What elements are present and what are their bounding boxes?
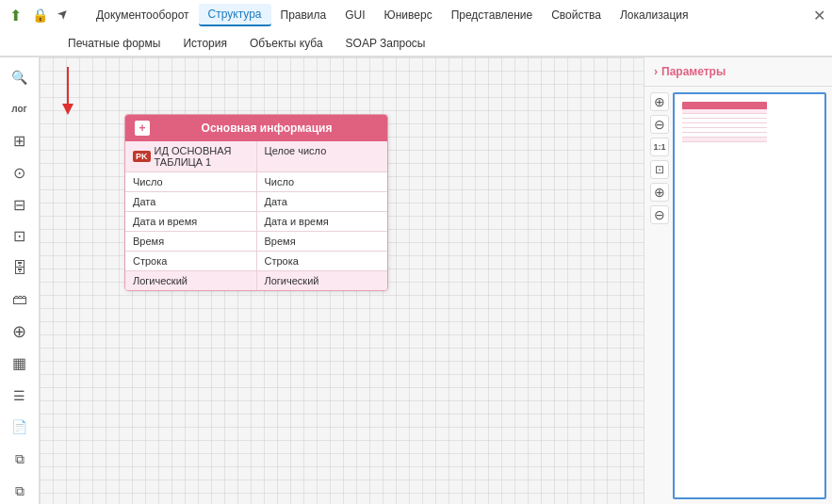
table-row[interactable]: Число Число <box>125 172 387 192</box>
arrow-annotation <box>49 57 106 133</box>
list-icon[interactable]: ☰ <box>6 382 34 410</box>
menu-item-universe[interactable]: Юниверс <box>375 5 442 25</box>
copy2-icon[interactable]: ⧉ <box>6 477 34 504</box>
menu-item-rules[interactable]: Правила <box>271 5 336 25</box>
doc-icon[interactable]: 📄 <box>6 414 34 442</box>
table-card-header: + Основная информация <box>125 115 387 141</box>
field-type-cell: Дата и время <box>257 212 388 231</box>
table-title: Основная информация <box>155 122 378 135</box>
menu-item-gui[interactable]: GUI <box>335 5 374 25</box>
search-icon[interactable]: 🔍 <box>6 63 34 91</box>
field-type-cell: Число <box>257 172 388 191</box>
right-panel: › Параметры ⊕ ⊖ 1:1 ⊡ ⊕ ⊖ <box>644 57 832 504</box>
zoom-in2-button[interactable]: ⊕ <box>650 183 669 202</box>
submenu-row: Печатные формы История Объекты куба SOAP… <box>0 30 832 57</box>
save-button[interactable]: ⬆ <box>4 4 26 26</box>
canvas-area[interactable]: + Основная информация PK ИД ОСНОВНАЯ ТАБ… <box>40 57 644 504</box>
menu-items: Документооборот Структура Правила GUI Юн… <box>87 4 808 26</box>
zoom-out-button[interactable]: ⊖ <box>650 115 669 134</box>
field-name: ИД ОСНОВНАЯ ТАБЛИЦА 1 <box>155 145 249 168</box>
submenu-item-history[interactable]: История <box>171 33 238 54</box>
log-icon[interactable]: лог <box>6 95 34 123</box>
main-layout: 🔍 лог ⊞ ⊙ ⊟ ⊡ 🗄 🗃 ⊕ ▦ ☰ 📄 ⧉ ⧉ + Ос <box>0 57 832 504</box>
field-type-cell: Целое число <box>257 141 388 171</box>
table-row[interactable]: Логический Логический <box>125 271 387 290</box>
table-row[interactable]: Дата и время Дата и время <box>125 212 387 232</box>
field-name-cell: PK ИД ОСНОВНАЯ ТАБЛИЦА 1 <box>125 141 257 171</box>
add-field-button[interactable]: + <box>135 121 150 136</box>
circle-icon[interactable]: ⊙ <box>6 158 34 187</box>
params-header: › Параметры <box>644 57 832 87</box>
menu-item-localization[interactable]: Локализация <box>611 5 698 25</box>
field-type-cell: Время <box>257 232 388 251</box>
toolbar-icons: ⬆ 🔒 ➤ <box>4 4 75 26</box>
stack-icon[interactable]: ⊟ <box>6 190 34 219</box>
field-name-cell: Дата <box>125 192 257 211</box>
zoom-reset-button[interactable]: 1:1 <box>650 138 669 156</box>
zoom-in-button[interactable]: ⊕ <box>650 92 669 111</box>
menu-item-documentflow[interactable]: Документооборот <box>87 5 199 25</box>
table-card: + Основная информация PK ИД ОСНОВНАЯ ТАБ… <box>124 114 388 291</box>
table-row[interactable]: PK ИД ОСНОВНАЯ ТАБЛИЦА 1 Целое число <box>125 141 387 172</box>
mini-row <box>682 138 767 142</box>
submenu-item-print[interactable]: Печатные формы <box>57 33 171 54</box>
table-row[interactable]: Дата Дата <box>125 192 387 212</box>
copy-icon[interactable]: ⧉ <box>6 445 34 473</box>
db-plus-icon[interactable]: ⊕ <box>6 317 34 346</box>
params-label: Параметры <box>661 65 726 78</box>
menu-item-representation[interactable]: Представление <box>442 5 543 25</box>
field-type-cell: Строка <box>257 252 388 270</box>
field-name-cell: Логический <box>125 271 257 290</box>
field-type-cell: Дата <box>257 192 388 211</box>
field-name-cell: Дата и время <box>125 212 257 231</box>
left-sidebar: 🔍 лог ⊞ ⊙ ⊟ ⊡ 🗄 🗃 ⊕ ▦ ☰ 📄 ⧉ ⧉ <box>0 57 40 504</box>
grid2-icon[interactable]: ▦ <box>6 350 34 378</box>
menu-item-properties[interactable]: Свойства <box>542 5 611 25</box>
db-icon[interactable]: 🗄 <box>6 254 34 283</box>
mini-table <box>682 102 767 142</box>
field-name-cell: Число <box>125 172 257 191</box>
right-panel-content: ⊕ ⊖ 1:1 ⊡ ⊕ ⊖ <box>644 87 832 504</box>
grid-icon[interactable]: ⊡ <box>6 222 34 251</box>
params-arrow: › <box>654 65 658 78</box>
table-row[interactable]: Время Время <box>125 232 387 252</box>
menu-item-structure[interactable]: Структура <box>199 4 271 26</box>
table-row[interactable]: Строка Строка <box>125 252 387 271</box>
field-name-cell: Строка <box>125 252 257 270</box>
submenu-item-objects[interactable]: Объекты куба <box>238 33 334 54</box>
zoom-out2-button[interactable]: ⊖ <box>650 205 669 224</box>
close-button[interactable]: ✕ <box>809 6 828 24</box>
zoom-fit-button[interactable]: ⊡ <box>650 160 669 179</box>
field-name-cell: Время <box>125 232 257 251</box>
submenu-item-soap[interactable]: SOAP Запросы <box>334 33 437 54</box>
pk-badge: PK <box>133 151 151 162</box>
zoom-controls: ⊕ ⊖ 1:1 ⊡ ⊕ ⊖ <box>650 92 669 499</box>
db2-icon[interactable]: 🗃 <box>6 285 34 314</box>
send-button[interactable]: ➤ <box>47 0 79 30</box>
mini-preview[interactable] <box>673 92 826 499</box>
table-add-icon[interactable]: ⊞ <box>6 127 34 155</box>
field-type-cell: Логический <box>257 271 388 290</box>
mini-header <box>682 102 767 109</box>
top-bar: ⬆ 🔒 ➤ Документооборот Структура Правила … <box>0 0 832 57</box>
menu-row: ⬆ 🔒 ➤ Документооборот Структура Правила … <box>0 0 832 30</box>
